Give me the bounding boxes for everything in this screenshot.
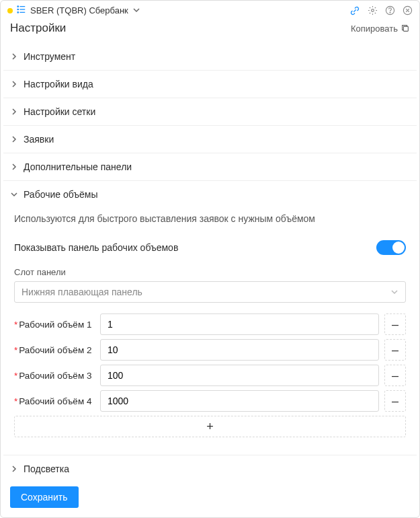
section-panels[interactable]: Дополнительные панели [3, 153, 417, 180]
copy-label: Копировать [351, 24, 398, 34]
required-star-icon: * [14, 320, 17, 330]
section-view[interactable]: Настройки вида [3, 70, 417, 98]
plus-icon: + [206, 420, 214, 434]
section-title: Рабочие объёмы [24, 189, 98, 200]
svg-point-8 [390, 12, 390, 13]
section-orders[interactable]: Заявки [3, 125, 417, 153]
section-title: Настройки вида [24, 79, 93, 89]
section-volumes-body: Используются для быстрого выставления за… [3, 208, 417, 455]
chevron-down-icon [10, 190, 18, 198]
required-star-icon: * [14, 345, 17, 355]
chevron-right-icon [10, 80, 18, 88]
help-icon[interactable] [384, 5, 395, 16]
remove-volume-button[interactable]: – [384, 365, 406, 386]
volume-label-text: Рабочий объём 2 [19, 345, 91, 355]
chevron-right-icon [10, 135, 18, 143]
section-title: Настройки сетки [24, 106, 95, 117]
svg-point-6 [371, 9, 374, 12]
volume-row: *Рабочий объём 4– [14, 390, 406, 412]
volume-label: *Рабочий объём 3 [14, 371, 95, 381]
svg-rect-12 [403, 26, 408, 31]
status-dot-icon [7, 8, 13, 13]
section-title: Подсветка [24, 464, 69, 474]
volume-label-text: Рабочий объём 1 [19, 320, 91, 330]
sections: Инструмент Настройки вида Настройки сетк… [1, 43, 419, 480]
volume-row: *Рабочий объём 2– [14, 339, 406, 361]
chevron-down-icon[interactable] [132, 5, 140, 16]
slot-label: Слот панели [14, 267, 406, 277]
volume-input[interactable] [100, 339, 379, 361]
section-title: Инструмент [24, 51, 75, 62]
section-instrument[interactable]: Инструмент [3, 43, 417, 70]
remove-volume-button[interactable]: – [384, 339, 406, 361]
section-title: Заявки [24, 134, 54, 145]
settings-window: SBER (TQBR) Сбербанк Настройки Копироват… [0, 0, 420, 518]
minus-icon: – [392, 318, 398, 332]
minus-icon: – [392, 343, 398, 357]
volume-row: *Рабочий объём 3– [14, 365, 406, 386]
chevron-right-icon [10, 163, 18, 171]
remove-volume-button[interactable]: – [384, 390, 406, 412]
volume-input[interactable] [100, 390, 379, 412]
add-volume-button[interactable]: + [14, 416, 406, 437]
section-highlight[interactable]: Подсветка [3, 455, 417, 480]
svg-point-3 [17, 6, 18, 7]
volume-input[interactable] [100, 313, 379, 335]
page-title: Настройки [10, 22, 66, 35]
slot-value: Нижняя плавающая панель [22, 287, 142, 297]
volume-label: *Рабочий объём 4 [14, 396, 95, 406]
copy-button[interactable]: Копировать [351, 24, 410, 34]
volume-input[interactable] [100, 365, 379, 386]
svg-point-4 [17, 9, 18, 9]
show-panel-label: Показывать панель рабочих объемов [14, 242, 178, 253]
show-panel-toggle[interactable] [376, 240, 406, 255]
volume-label: *Рабочий объём 2 [14, 345, 95, 355]
chevron-right-icon [10, 108, 18, 116]
section-volumes[interactable]: Рабочие объёмы [3, 180, 417, 208]
titlebar: SBER (TQBR) Сбербанк [1, 1, 419, 20]
minus-icon: – [392, 394, 398, 408]
footer: Сохранить [1, 480, 419, 517]
chevron-right-icon [10, 52, 18, 61]
subheader: Настройки Копировать [1, 20, 419, 43]
volume-row: *Рабочий объём 1– [14, 313, 406, 335]
save-button[interactable]: Сохранить [10, 486, 79, 508]
volume-label-text: Рабочий объём 3 [19, 371, 91, 381]
remove-volume-button[interactable]: – [384, 313, 406, 335]
list-icon [17, 5, 26, 16]
copy-icon [401, 24, 410, 33]
chevron-down-icon [390, 288, 398, 296]
link-icon[interactable] [349, 5, 360, 16]
section-title: Дополнительные панели [24, 161, 132, 172]
required-star-icon: * [14, 396, 17, 406]
slot-select[interactable]: Нижняя плавающая панель [14, 281, 406, 303]
volumes-description: Используются для быстрого выставления за… [14, 208, 406, 236]
volume-label: *Рабочий объём 1 [14, 320, 95, 330]
volume-label-text: Рабочий объём 4 [19, 396, 91, 406]
show-panel-row: Показывать панель рабочих объемов [14, 236, 406, 267]
required-star-icon: * [14, 371, 17, 381]
section-grid[interactable]: Настройки сетки [3, 98, 417, 125]
gear-icon[interactable] [367, 5, 378, 16]
ticker-label[interactable]: SBER (TQBR) Сбербанк [30, 5, 128, 15]
chevron-right-icon [10, 465, 18, 473]
close-icon[interactable] [402, 5, 413, 16]
svg-point-5 [17, 12, 18, 13]
minus-icon: – [392, 369, 398, 383]
